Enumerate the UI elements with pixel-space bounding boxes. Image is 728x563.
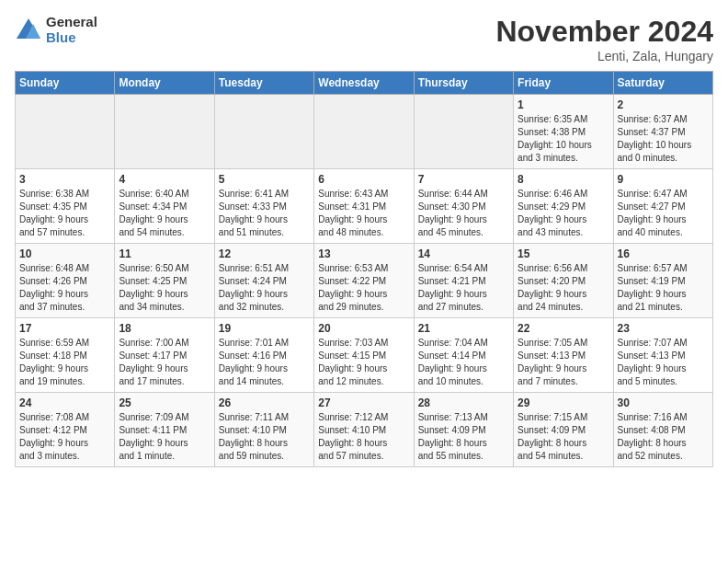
day-number: 3 [19, 173, 110, 186]
logo-icon [15, 17, 42, 44]
day-number: 12 [219, 247, 310, 260]
logo-text: General Blue [46, 15, 97, 45]
calendar-cell: 28Sunrise: 7:13 AM Sunset: 4:09 PM Dayli… [414, 393, 513, 467]
day-detail: Sunrise: 6:44 AM Sunset: 4:30 PM Dayligh… [418, 188, 509, 239]
calendar-cell: 20Sunrise: 7:03 AM Sunset: 4:15 PM Dayli… [314, 318, 414, 393]
day-detail: Sunrise: 6:50 AM Sunset: 4:25 PM Dayligh… [119, 262, 210, 314]
location: Lenti, Zala, Hungary [495, 49, 713, 63]
calendar-cell [115, 95, 214, 169]
day-detail: Sunrise: 7:11 AM Sunset: 4:10 PM Dayligh… [219, 411, 310, 463]
calendar-cell: 12Sunrise: 6:51 AM Sunset: 4:24 PM Dayli… [214, 244, 313, 318]
day-detail: Sunrise: 6:47 AM Sunset: 4:27 PM Dayligh… [618, 188, 709, 239]
day-detail: Sunrise: 7:15 AM Sunset: 4:09 PM Dayligh… [518, 411, 609, 463]
logo: General Blue [15, 15, 97, 45]
day-number: 5 [219, 173, 310, 186]
day-number: 27 [318, 396, 409, 409]
calendar-cell: 25Sunrise: 7:09 AM Sunset: 4:11 PM Dayli… [115, 393, 214, 467]
day-detail: Sunrise: 6:43 AM Sunset: 4:31 PM Dayligh… [318, 188, 409, 239]
calendar-cell: 17Sunrise: 6:59 AM Sunset: 4:18 PM Dayli… [16, 318, 115, 393]
day-detail: Sunrise: 7:07 AM Sunset: 4:13 PM Dayligh… [618, 337, 709, 388]
day-detail: Sunrise: 6:40 AM Sunset: 4:34 PM Dayligh… [119, 188, 210, 239]
day-number: 25 [119, 396, 210, 409]
day-number: 1 [518, 98, 609, 111]
day-number: 20 [318, 322, 409, 335]
day-detail: Sunrise: 6:38 AM Sunset: 4:35 PM Dayligh… [19, 188, 110, 239]
day-detail: Sunrise: 6:37 AM Sunset: 4:37 PM Dayligh… [618, 113, 709, 165]
calendar-cell: 4Sunrise: 6:40 AM Sunset: 4:34 PM Daylig… [115, 169, 214, 244]
day-number: 16 [618, 247, 709, 260]
logo-blue-label: Blue [46, 30, 97, 46]
week-row-3: 10Sunrise: 6:48 AM Sunset: 4:26 PM Dayli… [16, 244, 713, 318]
day-detail: Sunrise: 6:59 AM Sunset: 4:18 PM Dayligh… [19, 337, 110, 388]
calendar-cell: 10Sunrise: 6:48 AM Sunset: 4:26 PM Dayli… [16, 244, 115, 318]
day-header-monday: Monday [115, 72, 214, 95]
day-detail: Sunrise: 7:03 AM Sunset: 4:15 PM Dayligh… [318, 337, 409, 388]
day-number: 21 [418, 322, 509, 335]
day-number: 22 [518, 322, 609, 335]
day-detail: Sunrise: 7:08 AM Sunset: 4:12 PM Dayligh… [19, 411, 110, 463]
calendar-cell: 13Sunrise: 6:53 AM Sunset: 4:22 PM Dayli… [314, 244, 414, 318]
day-detail: Sunrise: 7:13 AM Sunset: 4:09 PM Dayligh… [418, 411, 509, 463]
day-detail: Sunrise: 7:04 AM Sunset: 4:14 PM Dayligh… [418, 337, 509, 388]
calendar-cell: 2Sunrise: 6:37 AM Sunset: 4:37 PM Daylig… [613, 95, 712, 169]
calendar-cell: 6Sunrise: 6:43 AM Sunset: 4:31 PM Daylig… [314, 169, 414, 244]
day-header-friday: Friday [514, 72, 613, 95]
day-number: 9 [618, 173, 709, 186]
week-row-2: 3Sunrise: 6:38 AM Sunset: 4:35 PM Daylig… [16, 169, 713, 244]
calendar-table: SundayMondayTuesdayWednesdayThursdayFrid… [15, 71, 713, 467]
day-number: 26 [219, 396, 310, 409]
day-detail: Sunrise: 6:41 AM Sunset: 4:33 PM Dayligh… [219, 188, 310, 239]
calendar-cell: 9Sunrise: 6:47 AM Sunset: 4:27 PM Daylig… [613, 169, 712, 244]
page-header: General Blue November 2024 Lenti, Zala, … [15, 15, 713, 63]
week-row-5: 24Sunrise: 7:08 AM Sunset: 4:12 PM Dayli… [16, 393, 713, 467]
day-number: 17 [19, 322, 110, 335]
calendar-cell [214, 95, 313, 169]
calendar-cell: 16Sunrise: 6:57 AM Sunset: 4:19 PM Dayli… [613, 244, 712, 318]
day-detail: Sunrise: 6:53 AM Sunset: 4:22 PM Dayligh… [318, 262, 409, 314]
day-detail: Sunrise: 6:56 AM Sunset: 4:20 PM Dayligh… [518, 262, 609, 314]
calendar-cell: 18Sunrise: 7:00 AM Sunset: 4:17 PM Dayli… [115, 318, 214, 393]
day-header-thursday: Thursday [414, 72, 513, 95]
calendar-cell: 22Sunrise: 7:05 AM Sunset: 4:13 PM Dayli… [514, 318, 613, 393]
day-number: 30 [618, 396, 709, 409]
day-number: 18 [119, 322, 210, 335]
day-header-sunday: Sunday [16, 72, 115, 95]
calendar-cell: 29Sunrise: 7:15 AM Sunset: 4:09 PM Dayli… [514, 393, 613, 467]
calendar-cell: 14Sunrise: 6:54 AM Sunset: 4:21 PM Dayli… [414, 244, 513, 318]
calendar-cell [16, 95, 115, 169]
calendar-cell: 8Sunrise: 6:46 AM Sunset: 4:29 PM Daylig… [514, 169, 613, 244]
week-row-4: 17Sunrise: 6:59 AM Sunset: 4:18 PM Dayli… [16, 318, 713, 393]
calendar-cell: 3Sunrise: 6:38 AM Sunset: 4:35 PM Daylig… [16, 169, 115, 244]
day-detail: Sunrise: 7:05 AM Sunset: 4:13 PM Dayligh… [518, 337, 609, 388]
month-title: November 2024 [495, 15, 713, 49]
calendar-cell: 27Sunrise: 7:12 AM Sunset: 4:10 PM Dayli… [314, 393, 414, 467]
day-number: 15 [518, 247, 609, 260]
calendar-cell: 21Sunrise: 7:04 AM Sunset: 4:14 PM Dayli… [414, 318, 513, 393]
calendar-cell: 7Sunrise: 6:44 AM Sunset: 4:30 PM Daylig… [414, 169, 513, 244]
day-number: 24 [19, 396, 110, 409]
day-header-wednesday: Wednesday [314, 72, 414, 95]
day-number: 8 [518, 173, 609, 186]
calendar-cell: 24Sunrise: 7:08 AM Sunset: 4:12 PM Dayli… [16, 393, 115, 467]
day-number: 28 [418, 396, 509, 409]
calendar-cell: 1Sunrise: 6:35 AM Sunset: 4:38 PM Daylig… [514, 95, 613, 169]
day-header-tuesday: Tuesday [214, 72, 313, 95]
day-number: 4 [119, 173, 210, 186]
calendar-cell [414, 95, 513, 169]
calendar-cell: 26Sunrise: 7:11 AM Sunset: 4:10 PM Dayli… [214, 393, 313, 467]
calendar-cell: 23Sunrise: 7:07 AM Sunset: 4:13 PM Dayli… [613, 318, 712, 393]
day-detail: Sunrise: 7:01 AM Sunset: 4:16 PM Dayligh… [219, 337, 310, 388]
day-number: 10 [19, 247, 110, 260]
logo-general-label: General [46, 15, 97, 30]
day-detail: Sunrise: 7:16 AM Sunset: 4:08 PM Dayligh… [618, 411, 709, 463]
day-detail: Sunrise: 6:35 AM Sunset: 4:38 PM Dayligh… [518, 113, 609, 165]
day-number: 11 [119, 247, 210, 260]
week-row-1: 1Sunrise: 6:35 AM Sunset: 4:38 PM Daylig… [16, 95, 713, 169]
day-detail: Sunrise: 6:46 AM Sunset: 4:29 PM Dayligh… [518, 188, 609, 239]
day-detail: Sunrise: 6:54 AM Sunset: 4:21 PM Dayligh… [418, 262, 509, 314]
calendar-cell: 5Sunrise: 6:41 AM Sunset: 4:33 PM Daylig… [214, 169, 313, 244]
day-number: 29 [518, 396, 609, 409]
day-number: 13 [318, 247, 409, 260]
calendar-cell: 11Sunrise: 6:50 AM Sunset: 4:25 PM Dayli… [115, 244, 214, 318]
day-number: 6 [318, 173, 409, 186]
